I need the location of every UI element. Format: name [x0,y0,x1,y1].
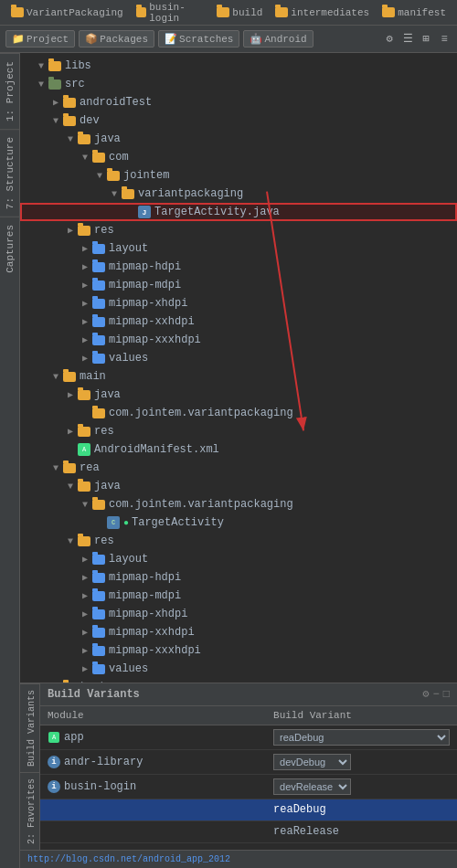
tree-item-targetactivity-java[interactable]: J TargetActivity.java [20,203,457,221]
module-name: andr-library [64,756,143,768]
tree-item-com-rea[interactable]: com.jointem.variantpackaging [20,495,457,513]
folder-icon [77,132,91,145]
tree-item-androidtest[interactable]: androidTest [20,93,457,111]
arrow-java-rea [64,482,77,492]
variant-select-app[interactable]: reaDebug devDebug devRelease reaRelease [273,729,450,746]
tree-item-java-main[interactable]: java [20,386,457,404]
arrow-values-rea [79,663,91,674]
table-row-busin-login[interactable]: i busin-login devRelease reaDebug devDeb… [40,774,457,799]
tree-item-layout[interactable]: layout [20,239,457,258]
module-name: app [64,731,84,744]
status-link[interactable]: http://blog.csdn.net/android_app_2012 [27,854,230,864]
bottom-icons: ⚙ − □ [422,687,450,701]
tree-item-main[interactable]: main [20,367,457,386]
tree-item-mipmap-xxhdpi[interactable]: mipmap-xxhdpi [20,312,457,331]
item-label: androidTest [80,96,453,109]
item-label: ● TargetActivity [123,516,453,529]
packages-btn[interactable]: 📦 Packages [79,30,154,48]
captures-tab[interactable]: Captures [0,217,19,281]
toolbar: 📁 Project 📦 Packages 📝 Scratches 🤖 Andro… [0,26,457,53]
item-label: mipmap-hdpi [109,260,453,273]
tree-item-res-main[interactable]: res [20,422,457,440]
tree-item-res-dev[interactable]: res [20,221,457,239]
tree-item-values[interactable]: values [20,349,457,367]
tree-item-src[interactable]: src [20,75,457,93]
tree-item-manifest[interactable]: A AndroidManifest.xml [20,440,457,459]
tree-item-test[interactable]: test [20,678,457,683]
folder-blue-icon [91,626,106,639]
tree-item-rea[interactable]: rea [20,459,457,477]
project-tab[interactable]: 1: Project [0,53,19,129]
tree-item-values-rea[interactable]: values [20,660,457,678]
item-label: java [94,388,453,401]
tree-item-java-rea[interactable]: java [20,477,457,495]
menu-icon[interactable]: ☰ [400,32,415,47]
more-icon[interactable]: ≡ [437,32,452,47]
tree-item-mipmap-mdpi[interactable]: mipmap-mdpi [20,276,457,294]
expand-icon[interactable]: □ [443,688,450,701]
table-row-readebug-selected[interactable]: reaDebug [40,799,457,820]
arrow-mipmap-xxhdpi [79,316,91,327]
gear-icon[interactable]: ⚙ [422,687,429,701]
structure-tab[interactable]: 7: Structure [0,129,19,217]
build-variants-tab[interactable]: Build Variants [20,683,39,772]
android-btn[interactable]: 🤖 Android [243,30,313,48]
scratches-icon: 📝 [165,33,177,45]
variant-cell[interactable]: reaDebug devDebug devRelease reaRelease [266,725,457,749]
tree-item-targetactivity-class[interactable]: C ● TargetActivity [20,513,457,532]
module-cell: i busin-login [40,774,266,799]
tree-item-jointem[interactable]: jointem [20,166,457,185]
arrow-dev [49,116,62,126]
arrow-res-dev [64,225,77,236]
item-label: mipmap-xhdpi [109,297,453,310]
tree-item-com[interactable]: com [20,148,457,166]
tree-item-layout-rea[interactable]: layout [20,550,457,568]
tree-item-mipmap-xxhdpi-rea[interactable]: mipmap-xxhdpi [20,623,457,641]
main-area: 1: Project 7: Structure Captures libs [0,53,457,868]
minus-icon[interactable]: − [433,688,440,701]
tree-item-mipmap-mdpi-rea[interactable]: mipmap-mdpi [20,587,457,605]
settings-icon[interactable]: ⊞ [419,32,433,47]
variant-select-andr-library[interactable]: devDebug reaDebug devRelease reaRelease [273,754,351,770]
gear-icon[interactable]: ⚙ [382,32,397,47]
tree-item-mipmap-xhdpi[interactable]: mipmap-xhdpi [20,294,457,312]
variant-cell-rearrelease: reaRelease [266,820,457,842]
tree-item-dev[interactable]: dev [20,111,457,130]
tab-busin-login[interactable]: busin-login [133,0,208,26]
tree-item-libs[interactable]: libs [20,57,457,75]
folder-blue-icon [91,279,106,291]
arrow-mipmap-xxxhdpi [79,334,91,345]
tree-item-res-rea[interactable]: res [20,532,457,550]
favorites-tab[interactable]: 2: Favorites [20,772,39,850]
item-label: TargetActivity.java [154,206,452,218]
tree-item-com-main[interactable]: com.jointem.variantpackaging [20,404,457,422]
variant-cell[interactable]: devDebug reaDebug devRelease reaRelease [266,749,457,774]
tree-item-mipmap-hdpi-rea[interactable]: mipmap-hdpi [20,568,457,587]
tree-item-mipmap-xhdpi-rea[interactable]: mipmap-xhdpi [20,605,457,623]
item-label: test [80,681,453,683]
packages-icon: 📦 [85,33,98,45]
title-bar: VariantPackaging busin-login build inter… [0,0,457,26]
item-label: src [65,78,453,90]
table-row-app[interactable]: A app reaDebug devDebu [40,725,457,749]
project-btn[interactable]: 📁 Project [5,30,75,48]
tab-variant-packaging[interactable]: VariantPackaging [7,5,127,20]
arrow-res-rea [64,536,77,546]
scratches-btn[interactable]: 📝 Scratches [158,30,239,48]
tab-manifest[interactable]: manifest [378,5,450,20]
tree-item-variantpackaging[interactable]: variantpackaging [20,185,457,203]
table-row-andr-library[interactable]: i andr-library devDebug reaDebug devRele… [40,749,457,774]
file-tree[interactable]: libs src androidTest [20,53,457,683]
item-label: layout [109,553,453,566]
variant-select-busin-login[interactable]: devRelease reaDebug devDebug reaRelease [273,778,351,795]
tab-intermediates[interactable]: intermediates [271,5,373,20]
tab-build[interactable]: build [213,5,266,20]
tree-item-mipmap-hdpi[interactable]: mipmap-hdpi [20,258,457,276]
tree-item-java-dev[interactable]: java [20,130,457,148]
tree-item-mipmap-xxxhdpi[interactable]: mipmap-xxxhdpi [20,331,457,349]
tree-item-mipmap-xxxhdpi-rea[interactable]: mipmap-xxxhdpi [20,641,457,660]
variant-cell[interactable]: devRelease reaDebug devDebug reaRelease [266,774,457,799]
arrow-jointem [93,171,106,181]
module-cell [40,820,266,842]
table-row-rearrelease[interactable]: reaRelease [40,820,457,842]
